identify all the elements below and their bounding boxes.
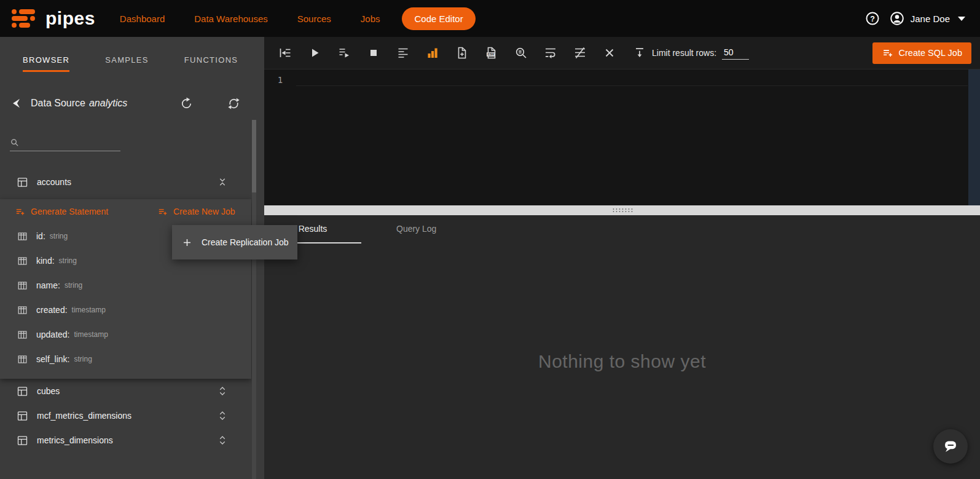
tab-query-log[interactable]: Query Log [390,215,442,243]
limit-rows-input[interactable] [722,46,749,60]
refresh-button[interactable] [179,97,194,111]
new-file-button[interactable] [447,41,477,65]
table-icon [16,410,29,422]
topbar-right: ? Jane Doe [864,10,980,26]
sidebar-scrollbar-thumb[interactable] [252,120,256,192]
collapse-button[interactable] [217,176,228,188]
results-tabs: Results Query Log [264,215,980,243]
format-sql-button[interactable] [388,41,418,65]
results-empty-state: Nothing to show yet [264,243,980,479]
svg-text:CSV: CSV [488,52,495,56]
plus-icon [181,237,193,248]
sidebar-scrollbar-track[interactable] [252,120,256,479]
collapse-panel-button[interactable] [270,41,300,65]
column-row[interactable]: name: string [0,273,251,298]
column-type: string [65,281,82,290]
create-new-job-button[interactable]: Create New Job [157,207,235,217]
generate-statement-button[interactable]: Generate Statement [15,207,108,217]
code-editor-button[interactable]: Code Editor [402,7,475,30]
nav-jobs[interactable]: Jobs [361,14,380,24]
nav-dashboard[interactable]: Dashboard [120,14,165,24]
tree-item-label: accounts [37,177,71,187]
column-icon [17,329,28,341]
sidebar-tabs: BROWSER SAMPLES FUNCTIONS [0,37,264,72]
csv-icon: CSV [484,46,499,60]
table-icon [16,385,29,398]
collapse-left-icon [278,46,292,60]
expand-button[interactable] [217,386,228,397]
datasource-label: Data Source [31,98,85,109]
editor-toolbar: CSV [264,37,980,69]
tree-item-metrics-dimensions[interactable]: metrics_dimensions [0,428,264,453]
tab-samples[interactable]: SAMPLES [105,55,149,72]
expand-button[interactable] [217,435,228,446]
column-type: string [74,355,92,363]
brand-name: pipes [45,9,95,28]
menu-item-create-replication-job[interactable]: Create Replication Job [202,237,289,247]
column-row[interactable]: self_link: string [0,347,251,371]
limit-rows-icon [633,46,646,60]
tab-browser[interactable]: BROWSER [23,55,69,72]
tree-item-label: mcf_metrics_dimensions [37,411,131,421]
unfold-more-icon [217,386,228,397]
horizontal-splitter[interactable] [264,205,980,215]
back-button[interactable] [10,97,23,110]
column-row[interactable]: updated: timestamp [0,322,251,347]
create-sql-job-button[interactable]: Create SQL Job [872,42,971,64]
chart-button[interactable] [418,41,447,65]
stop-button[interactable] [359,41,388,65]
run-query-button[interactable] [300,41,329,65]
tree-item-label: cubes [37,386,60,396]
create-new-job-label: Create New Job [173,207,235,216]
unfold-more-icon [217,435,228,446]
tree-item-accounts[interactable]: accounts [0,170,264,194]
close-editor-button[interactable] [595,41,624,65]
sync-button[interactable] [227,97,241,111]
empty-message: Nothing to show yet [538,351,706,372]
create-job-menu: Create Replication Job [172,225,297,259]
run-script-button[interactable] [329,41,359,65]
search-icon [10,138,19,147]
arrow-back-icon [10,97,23,110]
code-editor[interactable]: 1 [264,69,980,205]
column-type: timestamp [72,306,106,314]
limit-rows-group: Limit result rows: [633,46,749,60]
code-content[interactable] [296,69,968,205]
word-wrap-icon [543,46,558,60]
sidebar-search-input[interactable] [25,137,116,147]
column-row[interactable]: created: timestamp [0,298,251,322]
bar-chart-icon [425,46,440,60]
limit-rows-label: Limit result rows: [652,48,716,58]
column-name: name: [36,280,60,290]
create-sql-job-label: Create SQL Job [899,48,962,58]
active-line [296,69,968,86]
expand-button[interactable] [217,410,228,421]
word-wrap-button[interactable] [536,41,565,65]
chat-button[interactable] [933,429,968,464]
no-wrap-button[interactable] [565,41,595,65]
export-csv-button[interactable]: CSV [477,41,506,65]
tree-item-mcf-metrics-dimensions[interactable]: mcf_metrics_dimensions [0,403,264,428]
column-type: string [59,256,77,265]
svg-text:?: ? [870,15,875,23]
tab-functions[interactable]: FUNCTIONS [184,55,238,72]
line-number: 1 [278,75,283,85]
sidebar-search [10,137,120,151]
editor-scrollbar[interactable] [968,69,980,205]
search-query-button[interactable] [506,41,536,65]
avatar-icon [889,10,905,26]
stop-icon [366,46,381,60]
unfold-more-icon [217,410,228,421]
nav-data-warehouses[interactable]: Data Warehouses [194,14,268,24]
column-type: string [50,232,68,240]
table-icon [16,434,29,447]
help-button[interactable]: ? [864,10,880,26]
nav-sources[interactable]: Sources [297,14,331,24]
play-icon [307,46,322,60]
user-name: Jane Doe [911,14,950,24]
tree-item-cubes[interactable]: cubes [0,379,264,403]
app-logo[interactable]: pipes [0,8,95,29]
user-menu[interactable]: Jane Doe [889,10,965,26]
chevron-down-icon [958,17,965,21]
column-name: kind: [36,256,55,266]
